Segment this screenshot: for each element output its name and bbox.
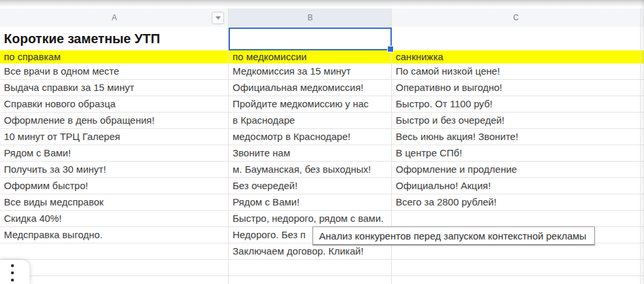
sheet-row-8: Рядом с Вами!Звоните намВ центре СПб! xyxy=(0,145,644,162)
cell-A8[interactable]: Рядом с Вами! xyxy=(0,145,229,161)
cell-C10[interactable]: Официально! Акция! xyxy=(392,178,644,194)
screenshot-caption: Анализ конкурентов перед запуском контек… xyxy=(313,226,595,245)
sheet-row-10: Оформим быстро!Без очередей!Официально! … xyxy=(0,178,644,194)
cell-C14[interactable] xyxy=(392,243,644,259)
right-edge-shadow xyxy=(640,0,644,284)
column-header-a[interactable]: A xyxy=(0,9,229,27)
chevron-down-icon xyxy=(216,16,221,20)
cell-A6[interactable]: Оформление в день обращения! xyxy=(0,113,229,128)
cell-A4[interactable]: Выдача справки за 15 минут xyxy=(0,80,229,96)
caption-text: Анализ конкурентов перед запуском контек… xyxy=(319,230,586,241)
cell-C6[interactable]: Быстро и без очередей! xyxy=(392,113,644,128)
cell-C12[interactable] xyxy=(392,211,644,226)
grid-body: Все врачи в одном местеМедкомиссия за 15… xyxy=(0,63,644,284)
cell-B7[interactable]: медосмотр в Краснодаре! xyxy=(229,129,392,145)
cell-B3[interactable]: Медкомиссия за 15 минут xyxy=(229,63,392,79)
sheet-row-6: Оформление в день обращения!в Краснодаре… xyxy=(0,113,644,129)
selected-cell-b1[interactable] xyxy=(229,27,392,50)
cell-A9[interactable]: Получить за 30 минут! xyxy=(0,162,229,177)
sheet-row-9: Получить за 30 минут!м. Бауманская, без … xyxy=(0,162,644,178)
actions-panel[interactable] xyxy=(0,260,29,284)
column-header-a-label: A xyxy=(111,13,117,22)
column-header-b[interactable]: B xyxy=(229,9,392,27)
cell-A5[interactable]: Справки нового образца xyxy=(0,96,229,112)
cell-B10[interactable]: Без очередей! xyxy=(229,178,392,194)
cell-A12[interactable]: Скидка 40%! xyxy=(0,211,229,226)
highlight-row: по справкам по медкомиссии санкнижка xyxy=(0,50,644,63)
cell-A11[interactable]: Все виды медсправок xyxy=(0,194,229,210)
cell-A13[interactable]: Медсправка выгодно. xyxy=(0,227,229,243)
cell-C5[interactable]: Быстро. От 1100 руб! xyxy=(392,96,644,112)
cell-C16[interactable] xyxy=(392,276,644,284)
cell-C2-header[interactable]: санкнижка xyxy=(392,50,644,63)
sheet-row-12: Скидка 40%!Быстро, недорого, рядом с вам… xyxy=(0,211,644,227)
sheet-row-14: Заключаем договор. Кликай! xyxy=(0,243,644,260)
cell-A2-header[interactable]: по справкам xyxy=(0,50,229,63)
sheet-row-5: Справки нового образцаПройдите медкомисс… xyxy=(0,96,644,113)
cell-A16[interactable] xyxy=(0,276,229,284)
cell-A7[interactable]: 10 минут от ТРЦ Галерея xyxy=(0,129,229,145)
cell-A3[interactable]: Все врачи в одном месте xyxy=(0,63,229,79)
cell-B9[interactable]: м. Бауманская, без выходных! xyxy=(229,162,392,177)
cell-C9[interactable]: Оформление и продление xyxy=(392,162,644,177)
cell-A1-title[interactable]: Короткие заметные УТП xyxy=(0,27,229,50)
cell-A14[interactable] xyxy=(0,243,229,259)
top-shadow xyxy=(0,0,644,9)
column-headers-row: A B C xyxy=(0,9,644,27)
column-header-b-label: B xyxy=(307,13,313,22)
sheet-row-4: Выдача справки за 15 минутОфициальная ме… xyxy=(0,80,644,96)
cell-B16[interactable] xyxy=(229,276,392,284)
column-header-c-label: C xyxy=(513,13,519,22)
cell-A10[interactable]: Оформим быстро! xyxy=(0,178,229,194)
cell-C4[interactable]: Оперативно и выгодно! xyxy=(392,80,644,96)
cell-A15[interactable] xyxy=(0,260,229,275)
cell-C15[interactable] xyxy=(392,260,644,275)
cell-B14[interactable]: Заключаем договор. Кликай! xyxy=(229,243,392,259)
cell-C7[interactable]: Весь июнь акция! Звоните! xyxy=(392,129,644,145)
cell-B12[interactable]: Быстро, недорого, рядом с вами. xyxy=(229,211,392,226)
sheet-row-15 xyxy=(0,260,644,276)
cell-B15[interactable] xyxy=(229,260,392,275)
sheet-row-7: 10 минут от ТРЦ Галереямедосмотр в Красн… xyxy=(0,129,644,145)
sheet-row-16 xyxy=(0,276,644,284)
cell-B5[interactable]: Пройдите медкомиссию у нас xyxy=(229,96,392,112)
cell-B11[interactable]: Рядом с Вами! xyxy=(229,194,392,210)
cell-B8[interactable]: Звоните нам xyxy=(229,145,392,161)
cell-C3[interactable]: По самой низкой цене! xyxy=(392,63,644,79)
column-dropdown-button[interactable] xyxy=(212,12,224,24)
spreadsheet: A B C Короткие заметные УТП по справкам … xyxy=(0,0,644,284)
selection-fill-handle[interactable] xyxy=(387,46,394,52)
sheet-row-3: Все врачи в одном местеМедкомиссия за 15… xyxy=(0,63,644,80)
cell-C11[interactable]: Всего за 2800 рублей! xyxy=(392,194,644,210)
kebab-menu-icon xyxy=(11,264,14,281)
cell-B6[interactable]: в Краснодаре xyxy=(229,113,392,128)
cell-B2-header[interactable]: по медкомиссии xyxy=(229,50,392,63)
cell-C8[interactable]: В центре СПб! xyxy=(392,145,644,161)
cell-B4[interactable]: Официальная медкомиссия! xyxy=(229,80,392,96)
sheet-row-11: Все виды медсправокРядом с Вами!Всего за… xyxy=(0,194,644,211)
column-header-c[interactable]: C xyxy=(392,9,640,27)
